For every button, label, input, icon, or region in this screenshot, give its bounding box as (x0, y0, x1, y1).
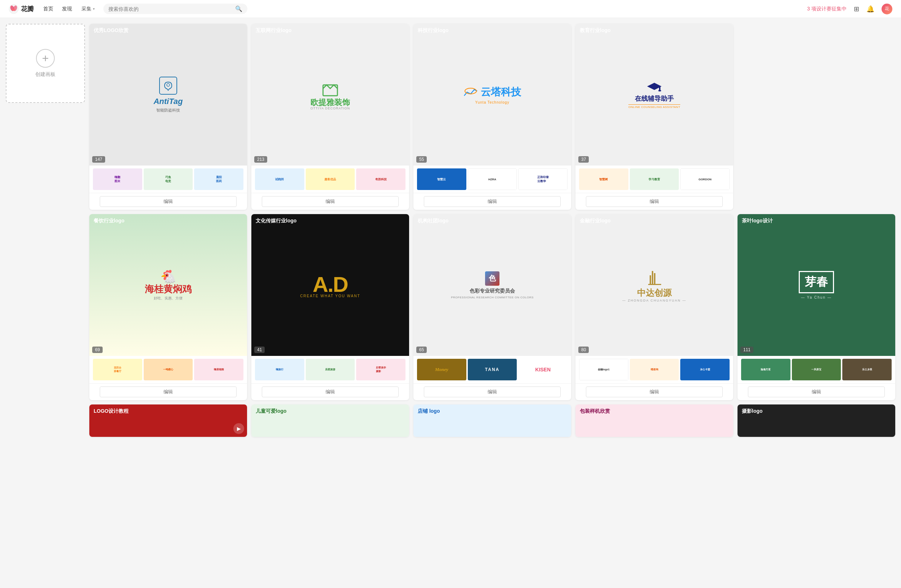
nav-discover[interactable]: 发现 (61, 4, 73, 14)
edit-button[interactable]: 编辑 (262, 196, 399, 207)
card-fin-logo[interactable]: 金融行业logo 中达创源 — ZHONGDA CHUANGYUAN — 80 (575, 214, 733, 400)
card-title: 机构社团logo (413, 214, 453, 228)
list-item: 嗨翻图末 (93, 168, 142, 190)
card-cover: 教育行业logo 在线辅导助手 ONLINE COUNSELING ASSIST… (575, 24, 733, 165)
list-item: 试鸥邦 (255, 168, 304, 190)
tana-text: TANA (485, 367, 499, 372)
list-item: 奇胜科技 (356, 168, 405, 190)
card-tech-logo[interactable]: 科技行业logo 云塔科技 Yunta Technology 55 (413, 24, 571, 210)
list-item: 智慧云 (417, 168, 466, 190)
card-grid-row1: 优秀LOGO欣赏 AntiTag 智能防盗科技 147 嗨翻图末 巧鱼电竞 晨阳… (89, 24, 895, 210)
card-tea-logo[interactable]: 茶叶logo设计 芽春 — Ya Chun — 111 逸魂竹茗 一风茶宝 乐土… (737, 214, 895, 400)
list-item: 惠客优品 (306, 168, 355, 190)
antitag-sub: 智能防盗科技 (153, 107, 182, 113)
card-cover: 儿童可爱logo (251, 404, 409, 437)
card-cover: 摄影logo (737, 404, 895, 437)
card-edu-logo[interactable]: 教育行业logo 在线辅导助手 ONLINE COUNSELING ASSIST… (575, 24, 733, 210)
logo-icon (9, 4, 19, 14)
card-media-logo[interactable]: 文化传媒行业logo A.D CREATE WHAT YOU WANT 41 嗨… (251, 214, 409, 400)
edit-button[interactable]: 编辑 (100, 196, 237, 207)
search-icon[interactable]: 🔍 (235, 5, 242, 12)
yun-logo: 云塔科技 (481, 85, 521, 99)
edit-button[interactable]: 编辑 (424, 196, 561, 207)
card-cover: 科技行业logo 云塔科技 Yunta Technology 55 (413, 24, 571, 165)
nav-right: 3 项设计赛征集中 ⊞ 🔔 花 (807, 4, 892, 14)
design-contest[interactable]: 3 项设计赛征集中 (807, 6, 846, 12)
card-photo-logo[interactable]: 摄影logo (737, 404, 895, 437)
card-title: 金融行业logo (575, 214, 615, 228)
card-org-logo[interactable]: 机构社团logo 色 色彩专业研究委员会 PROFESSIONAL RESEAR… (413, 214, 571, 400)
card-thumbs: 嗨旅行 辰星旅游 归零美学摄影 (251, 356, 409, 383)
card-thumbs: Money TANA KISEN (413, 356, 571, 383)
card-thumbs: 花田台茶餐厅 一鸣橙心 嗨里啪辣 (89, 356, 247, 383)
edit-button[interactable]: 编辑 (586, 386, 723, 397)
card-logo-tutorial[interactable]: LOGO设计教程 ▶ (89, 404, 247, 437)
card-child-logo[interactable]: 儿童可爱logo (251, 404, 409, 437)
card-thumbs: 智慧树 学习教育 GORDON (575, 165, 733, 193)
list-item: 冰心卡盟 (680, 359, 730, 380)
list-item-tana: TANA (468, 359, 517, 380)
card-excellent-logo[interactable]: 优秀LOGO欣赏 AntiTag 智能防盗科技 147 嗨翻图末 巧鱼电竞 晨阳… (89, 24, 247, 210)
list-item: 正和印章云教华 (518, 168, 567, 190)
nav-home[interactable]: 首页 (42, 4, 54, 14)
list-item: 归零美学摄影 (356, 359, 405, 380)
card-count: 65 (416, 347, 427, 353)
list-item: 学习教育 (630, 168, 679, 190)
card-action: 编辑 (575, 383, 733, 400)
create-board-label: 创建画板 (35, 71, 55, 78)
logo[interactable]: 花瓣 (9, 4, 34, 14)
list-item: 智慧树 (579, 168, 628, 190)
chicken-icon: 🐔 (145, 269, 192, 284)
fin-building-icon (645, 268, 663, 286)
nav-links: 首页 发现 (42, 4, 73, 14)
grid-icon[interactable]: ⊞ (854, 5, 859, 13)
edit-button[interactable]: 编辑 (262, 386, 399, 397)
list-item: 晨阳医药 (194, 168, 243, 190)
card-count: 41 (254, 347, 265, 353)
tea-sub: — Ya Chun — (799, 296, 834, 299)
list-item-money: Money (417, 359, 466, 380)
chicken-sub: 好吃、实惠、方便 (145, 296, 192, 301)
list-item: GORDON (680, 168, 730, 190)
card-title: 包装样机欣赏 (575, 404, 614, 418)
card-action: 编辑 (89, 193, 247, 210)
search-bar: 🔍 (103, 4, 248, 14)
edit-button[interactable]: 编辑 (748, 386, 885, 397)
card-action: 编辑 (737, 383, 895, 400)
card-cover: LOGO设计教程 ▶ (89, 404, 247, 437)
card-title: 教育行业logo (575, 24, 615, 37)
card-count: 80 (578, 347, 589, 353)
card-internet-logo[interactable]: 互联网行业logo 欧提雅装饰 OTTIYA DECORATION 213 试鸥… (251, 24, 409, 210)
org-logo-area: 色 (451, 271, 534, 286)
plus-icon: + (36, 49, 55, 68)
svg-point-6 (465, 88, 476, 94)
avatar[interactable]: 花 (882, 4, 892, 14)
card-thumbs: 嗨翻图末 巧鱼电竞 晨阳医药 (89, 165, 247, 193)
card-cover: 餐饮行业logo 🐔 海桂黄焖鸡 好吃、实惠、方便 69 (89, 214, 247, 356)
edit-button[interactable]: 编辑 (586, 196, 723, 207)
card-package-logo[interactable]: 包装样机欣赏 (575, 404, 733, 437)
card-count: 213 (254, 156, 267, 163)
collect-button[interactable]: 采集 ▾ (81, 6, 95, 12)
search-input[interactable] (108, 6, 232, 12)
card-action: 编辑 (575, 193, 733, 210)
edit-button[interactable]: 编辑 (424, 386, 561, 397)
card-shop-logo[interactable]: 店铺 logo (413, 404, 571, 437)
list-item: 辰星旅游 (306, 359, 355, 380)
navbar: 花瓣 首页 发现 采集 ▾ 🔍 3 项设计赛征集中 ⊞ 🔔 花 (0, 0, 901, 18)
card-food-logo[interactable]: 餐饮行业logo 🐔 海桂黄焖鸡 好吃、实惠、方便 69 花田台茶餐厅 一鸣橙心… (89, 214, 247, 400)
ad-sub: CREATE WHAT YOU WANT (300, 294, 360, 298)
main-layout: + 创建画板 优秀LOGO欣赏 AntiTag 智能防盗科技 147 (0, 18, 901, 588)
card-cover: 店铺 logo (413, 404, 571, 437)
create-board-button[interactable]: + 创建画板 (6, 24, 85, 103)
color-logo: 色彩专业研究委员会 (451, 288, 534, 294)
ottiya-icon (320, 79, 341, 98)
edit-button[interactable]: 编辑 (100, 386, 237, 397)
list-item: 巧鱼电竞 (144, 168, 193, 190)
list-item: 乐土乡里 (842, 359, 892, 380)
card-action: 编辑 (413, 193, 571, 210)
sidebar: + 创建画板 (6, 24, 85, 588)
card-title: 互联网行业logo (251, 24, 296, 37)
card-thumbs: 金融logo1 晴咨询 冰心卡盟 (575, 356, 733, 383)
bell-icon[interactable]: 🔔 (867, 5, 874, 13)
